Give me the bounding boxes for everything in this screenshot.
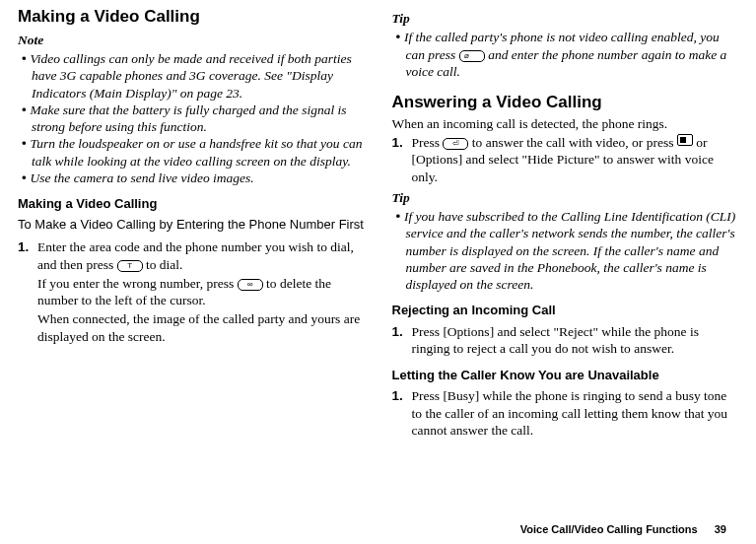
tip-label: Tip xyxy=(392,10,739,27)
steps-reject-call: Press [Options] and select "Reject" whil… xyxy=(392,323,739,358)
center-key-icon xyxy=(677,134,693,146)
tip-item: If you have subscribed to the Calling Li… xyxy=(396,208,739,293)
step-text: to dial. xyxy=(143,257,183,272)
steps-busy: Press [Busy] while the phone is ringing … xyxy=(392,387,739,439)
right-column: Tip If the called party's phone is not v… xyxy=(378,6,739,544)
note-item: Use the camera to send live video images… xyxy=(22,170,365,186)
end-key-icon: ⌀ xyxy=(459,50,485,62)
page: Making a Video Calling Note Video callin… xyxy=(0,0,756,544)
step-text: Enter the area code and the phone number… xyxy=(37,239,354,271)
video-key-icon: T xyxy=(117,260,143,272)
footer-page-number: 39 xyxy=(715,523,726,535)
tip-list: If the called party's phone is not video… xyxy=(392,29,739,80)
subheading-rejecting-call: Rejecting an Incoming Call xyxy=(392,303,739,319)
intro-text: When an incoming call is detected, the p… xyxy=(392,115,739,132)
subsubheading-phone-number-first: To Make a Video Calling by Entering the … xyxy=(18,217,365,234)
step-item: Press ⏎ to answer the call with video, o… xyxy=(392,134,739,185)
heading-answering-video-calling: Answering a Video Calling xyxy=(392,92,739,113)
step-item: Press [Busy] while the phone is ringing … xyxy=(392,387,739,439)
note-item: Video callings can only be made and rece… xyxy=(22,50,365,102)
step-text: If you enter the wrong number, press xyxy=(37,276,238,291)
note-item: Turn the loudspeaker on or use a handsfr… xyxy=(22,135,365,170)
footer-section: Voice Call/Video Calling Functions xyxy=(520,523,698,535)
left-column: Making a Video Calling Note Video callin… xyxy=(18,6,378,544)
tip-label: Tip xyxy=(392,189,739,206)
step-text: Press xyxy=(412,135,444,150)
note-item: Make sure that the battery is fully char… xyxy=(22,102,365,136)
step-text: to answer the call with video, or press xyxy=(468,135,676,150)
step-item: Enter the area code and the phone number… xyxy=(18,238,365,273)
heading-making-video-calling: Making a Video Calling xyxy=(18,6,365,28)
subheading-caller-unavailable: Letting the Caller Know You are Unavaila… xyxy=(392,368,739,384)
tip-item: If the called party's phone is not video… xyxy=(396,29,739,80)
subheading-making-video-calling: Making a Video Calling xyxy=(18,196,365,213)
tip-list: If you have subscribed to the Calling Li… xyxy=(392,208,739,293)
clear-key-icon: ∞ xyxy=(238,279,263,291)
answer-key-icon: ⏎ xyxy=(443,138,468,150)
note-list: Video callings can only be made and rece… xyxy=(18,50,365,186)
page-footer: Voice Call/Video Calling Functions 39 xyxy=(520,522,726,536)
step-continuation: If you enter the wrong number, press ∞ t… xyxy=(18,275,365,309)
steps-make-call: Enter the area code and the phone number… xyxy=(18,238,365,273)
step-item: Press [Options] and select "Reject" whil… xyxy=(392,323,739,358)
steps-answer-call: Press ⏎ to answer the call with video, o… xyxy=(392,134,739,185)
note-label: Note xyxy=(18,32,365,48)
step-continuation: When connected, the image of the called … xyxy=(18,310,365,345)
